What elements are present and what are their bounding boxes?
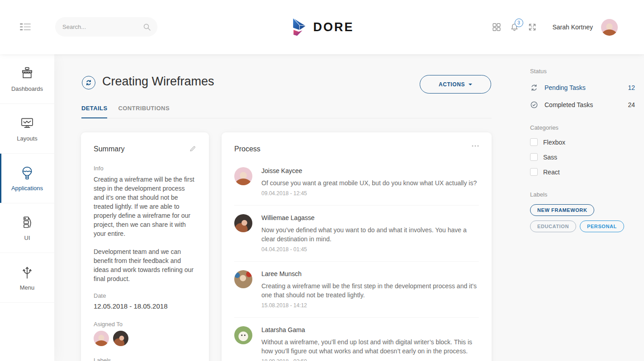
actions-button[interactable]: ACTIONS [420,75,491,94]
status-row-pending[interactable]: Pending Tasks 12 [530,84,635,92]
process-entry: Joisse Kaycee Of course you want a great… [234,159,479,206]
search-input[interactable] [62,23,143,30]
menu-toggle-button[interactable] [20,23,31,31]
tab-label: CONTRIBUTIONS [118,105,170,112]
sidebar-item-label: Layouts [17,135,38,142]
tab-details[interactable]: DETAILS [81,105,107,118]
commenter-name: Latarsha Gama [261,326,479,333]
sync-icon [530,84,538,92]
status-row-value: 12 [628,84,635,91]
categories-label: Categories [530,124,635,131]
right-panel: Status Pending Tasks 12 Completed Tasks … [530,68,635,248]
category-checkbox-flexbox[interactable] [530,138,538,146]
commenter-name: Williemae Lagasse [261,214,479,221]
comment-date: 15.08.2018 - 14:12 [261,302,479,309]
refresh-icon [85,80,92,86]
header-actions: 3 Sarah Kortney [492,0,618,54]
status-row-label: Completed Tasks [545,101,593,108]
category-label: Sass [543,154,557,161]
label-badge-new-framework[interactable]: NEW FRAMEWORK [530,204,594,216]
search-icon[interactable] [143,23,151,31]
comment-date: 09.04.2018 - 12:45 [261,190,477,197]
labels-label: Labels [530,191,635,198]
sidebar-item-menu[interactable]: Menu [0,253,54,303]
category-label: React [543,169,560,176]
user-avatar[interactable] [601,19,618,36]
sidebar-item-ui[interactable]: UI [0,203,54,253]
logo-icon [290,17,307,37]
user-name[interactable]: Sarah Kortney [553,23,593,31]
notification-badge: 3 [515,19,523,27]
date-value: 12.05.2018 - 18.05.2018 [94,302,196,310]
sidebar-item-label: Menu [20,284,35,291]
assigned-label: Asigned To [94,321,196,328]
status-label: Status [530,68,635,75]
sidebar-item-label: UI [24,234,30,241]
category-label: Flexbox [543,139,565,146]
logo-text: DORE [313,20,354,34]
apps-grid-button[interactable] [492,23,501,31]
top-navbar: DORE 3 Sarah Kortney [0,0,644,54]
grid-icon [492,23,501,31]
storefront-icon [19,66,35,81]
process-entry: Latarsha Gama Without a wireframe, you’l… [234,318,479,361]
actions-button-label: ACTIONS [439,81,465,88]
date-label: Date [94,292,196,299]
comment-date: 18.09.2018 - 02:50 [261,358,479,361]
tab-label: DETAILS [81,105,107,112]
hot-air-balloon-icon [19,165,35,181]
fullscreen-icon [528,23,536,31]
commenter-avatar [234,167,252,185]
sidebar-item-label: Dashboards [11,85,43,92]
process-title: Process [234,145,260,153]
commenter-name: Laree Munsch [261,270,479,277]
label-badge-education[interactable]: EDUCATION [530,220,576,232]
fork-arrows-icon [19,265,35,280]
category-checkbox-react[interactable] [530,168,538,176]
swatches-icon [19,215,35,230]
commenter-avatar [234,326,252,344]
assignee-avatar [94,331,109,346]
more-options-button[interactable] [472,145,479,147]
commenter-avatar [234,270,252,288]
comment-date: 04.04.2018 - 01:45 [261,246,479,253]
commenter-name: Joisse Kaycee [261,167,477,174]
commenter-avatar [234,214,252,232]
refresh-button[interactable] [82,76,95,89]
process-entry: Laree Munsch Creating a wireframe will b… [234,262,479,318]
notifications-button[interactable]: 3 [510,23,519,32]
info-label: Info [94,165,196,172]
category-row-flexbox[interactable]: Flexbox [530,138,635,146]
status-row-label: Pending Tasks [545,84,586,91]
summary-paragraph: Development team and we can benefit from… [94,247,196,283]
page-title: Creating Wireframes [102,75,214,89]
logo[interactable]: DORE [290,0,354,54]
category-row-react[interactable]: React [530,168,635,176]
process-card: Process Joisse Kaycee Of course you want… [222,132,492,361]
caret-down-icon [469,84,472,85]
pencil-icon [189,145,196,152]
search-box [55,17,157,37]
status-row-completed[interactable]: Completed Tasks 24 [530,101,635,109]
summary-paragraph: Creating a wireframe will be the first s… [94,175,196,238]
sidebar-item-layouts[interactable]: Layouts [0,104,54,154]
sidebar-item-dashboards[interactable]: Dashboards [0,54,54,104]
main-content: Creating Wireframes ACTIONS DETAILS CONT… [54,54,644,361]
monitor-icon [19,116,35,131]
labels-label: Labels [94,357,196,361]
sidebar: Dashboards Layouts Applications [0,54,54,361]
menu-icon [20,23,31,31]
fullscreen-button[interactable] [528,23,536,31]
check-circle-icon [530,101,538,109]
sidebar-item-applications[interactable]: Applications [0,154,54,203]
tab-contributions[interactable]: CONTRIBUTIONS [118,105,170,118]
category-row-sass[interactable]: Sass [530,153,635,161]
label-badge-personal[interactable]: PERSONAL [580,220,624,232]
assignee-avatar [113,331,128,346]
process-entry: Williemae Lagasse Now you’ve defined wha… [234,206,479,262]
assignee-avatars [94,331,196,346]
tabs: DETAILS CONTRIBUTIONS [81,105,492,118]
comment-text: Without a wireframe, you’ll end up lost … [261,338,479,356]
category-checkbox-sass[interactable] [530,153,538,161]
edit-button[interactable] [189,145,196,152]
